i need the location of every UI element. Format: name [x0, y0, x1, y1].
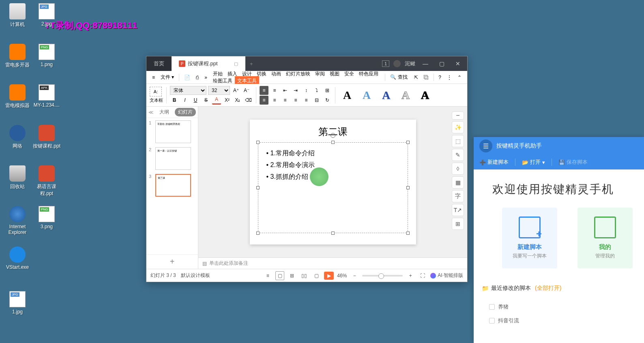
notes-view-icon[interactable]: ≡ [263, 271, 272, 280]
selection-handle[interactable] [256, 232, 260, 235]
slide-thumbnail-2[interactable]: 第一课：认识按键 [155, 147, 191, 170]
close-button[interactable]: ✕ [452, 60, 464, 68]
increase-font-icon[interactable]: A⁺ [232, 86, 240, 95]
save-script-button[interactable]: 💾保存脚本 [558, 159, 588, 166]
save-icon[interactable]: 📄 [182, 73, 193, 82]
copy-icon[interactable]: ⿻ [421, 73, 431, 82]
zoom-slider[interactable] [362, 275, 403, 277]
slide-bullet-item[interactable]: 3.抓抓的介绍 [266, 171, 399, 183]
help-icon[interactable]: ? [436, 73, 444, 82]
tab-outline[interactable]: 大纲 [156, 108, 172, 116]
user-avatar[interactable] [393, 60, 401, 67]
selection-handle[interactable] [256, 141, 260, 144]
rotation-handle[interactable] [331, 133, 335, 138]
selection-handle[interactable] [406, 186, 410, 189]
rotate-button[interactable]: ↻ [323, 96, 332, 105]
menu-审阅[interactable]: 审阅 [313, 69, 327, 78]
minimize-button[interactable]: — [419, 60, 431, 68]
fit-button[interactable]: ⛶ [418, 271, 427, 280]
collapse-icon[interactable]: ⌃ [455, 73, 464, 82]
desktop-icon-回收站[interactable]: 回收站 [3, 165, 32, 190]
slide-thumbnail-1[interactable]: 草案绘·按键精灵教程 [155, 120, 191, 143]
desktop-icon-VStart.exe[interactable]: VStart.exe [3, 247, 32, 270]
text-style-1[interactable]: A [339, 87, 356, 104]
slide-bullet-item[interactable]: 1.常用命令介绍 [266, 148, 399, 159]
effects-icon[interactable]: ✨ [452, 121, 464, 133]
font-size-select[interactable]: 32 [208, 86, 230, 95]
selection-handle[interactable] [406, 141, 410, 144]
line-spacing-button[interactable]: ↕ [302, 86, 311, 95]
selection-handle[interactable] [406, 232, 410, 235]
font-color-button[interactable]: A [212, 96, 221, 105]
text-style-4[interactable]: A [397, 87, 414, 104]
hamburger-icon[interactable]: ≡ [150, 73, 157, 82]
vertical-align-button[interactable]: ⊟ [312, 96, 321, 105]
strike-button[interactable]: S [202, 96, 210, 105]
align-center-button[interactable]: ≡ [270, 96, 279, 105]
font-family-select[interactable]: 宋体 [170, 86, 206, 95]
menu-安全[interactable]: 安全 [342, 69, 356, 78]
selection-handle[interactable] [331, 232, 335, 235]
align-left-button[interactable]: ≡ [260, 96, 268, 105]
add-tab-button[interactable]: + [245, 61, 258, 67]
subscript-button[interactable]: X₂ [233, 96, 242, 105]
align-justify-button[interactable]: ≡ [291, 96, 300, 105]
menu-file[interactable]: 文件 ▾ [158, 72, 176, 82]
recent-script-item[interactable]: 养猪 [482, 300, 636, 314]
desktop-icon-2.jpg[interactable]: 2.jpg [32, 3, 61, 27]
underline-button[interactable]: U [191, 96, 200, 105]
slide-canvas[interactable]: 第二课 1.常用命令介绍2.常用命令演示3.抓抓的介绍 [198, 107, 467, 257]
italic-button[interactable]: I [180, 96, 189, 105]
shape-icon[interactable]: ◊ [452, 163, 464, 175]
text-direction-button[interactable]: ⤵ [312, 86, 321, 95]
numbering-button[interactable]: ≡ [270, 86, 279, 95]
slide-bullet-item[interactable]: 2.常用命令演示 [266, 159, 399, 171]
new-script-card[interactable]: 新建脚本 我要写一个脚本 [502, 208, 557, 268]
pen-icon[interactable]: ✎ [452, 149, 464, 161]
menu-more-icon[interactable]: ⋮ [444, 73, 454, 82]
tab-home[interactable]: 首页 [146, 56, 172, 71]
desktop-icon-计算机[interactable]: 计算机 [3, 3, 32, 28]
text-style-2[interactable]: A [358, 87, 375, 104]
zoom-out-button[interactable]: − [350, 271, 359, 280]
menu-特色应用[interactable]: 特色应用 [356, 69, 381, 78]
desktop-icon-按键课程.ppt[interactable]: 按键课程.ppt [32, 125, 61, 150]
panel-collapse-icon[interactable]: ≪ [148, 109, 154, 115]
menu-动画[interactable]: 动画 [269, 69, 283, 78]
more-icon[interactable]: » [202, 73, 210, 82]
zoom-out-icon[interactable]: − [452, 111, 464, 120]
menu-icon[interactable]: ☰ [479, 139, 492, 152]
desktop-icon-1.png[interactable]: 1.png [32, 44, 61, 67]
apps-icon[interactable]: ⊞ [452, 218, 464, 230]
desktop-icon-MY-1.234....[interactable]: MY-1.234.... [32, 84, 61, 108]
text-style-3[interactable]: A [378, 87, 395, 104]
textbox-icon[interactable]: A: [150, 87, 162, 96]
layers-icon[interactable]: ⬚ [452, 135, 464, 147]
menu-视图[interactable]: 视图 [327, 69, 342, 78]
open-button[interactable]: 📂打开 ▾ [522, 159, 545, 166]
my-scripts-card[interactable]: 我的 管理我的 [577, 208, 633, 268]
normal-view-icon[interactable]: ▢ [275, 271, 284, 280]
superscript-button[interactable]: X² [223, 96, 232, 105]
align-right-button[interactable]: ≡ [281, 96, 290, 105]
text-tool-icon[interactable]: 字 [452, 190, 464, 202]
maximize-button[interactable]: ▢ [436, 60, 448, 68]
desktop-icon-3.png[interactable]: 3.png [32, 206, 61, 229]
decrease-indent-button[interactable]: ⇤ [281, 86, 290, 95]
zoom-in-button[interactable]: + [406, 271, 415, 280]
desktop-icon-Internet Explorer[interactable]: Internet Explorer [3, 206, 32, 235]
bullets-button[interactable]: ≡ [260, 86, 268, 95]
badge-count[interactable]: 1 [382, 60, 389, 67]
ai-layout-button[interactable]: AI·智能排版 [430, 272, 463, 279]
align-distribute-button[interactable]: ≡ [302, 96, 311, 105]
desktop-icon-雷电多开器[interactable]: 雷电多开器 [3, 44, 32, 69]
text-style-5[interactable]: A [416, 87, 434, 104]
new-script-button[interactable]: ➕新建脚本 [479, 159, 509, 166]
menu-幻灯片放映[interactable]: 幻灯片放映 [283, 69, 313, 78]
clear-format-button[interactable]: ⌫ [244, 96, 253, 105]
bold-button[interactable]: B [170, 96, 179, 105]
slide-textbox[interactable]: 1.常用命令介绍2.常用命令演示3.抓抓的介绍 [258, 142, 408, 233]
slide-thumbnail-3[interactable]: 第三课 [155, 174, 191, 197]
grid-icon[interactable]: ▦ [452, 176, 464, 189]
transform-icon[interactable]: T↗ [452, 204, 464, 216]
